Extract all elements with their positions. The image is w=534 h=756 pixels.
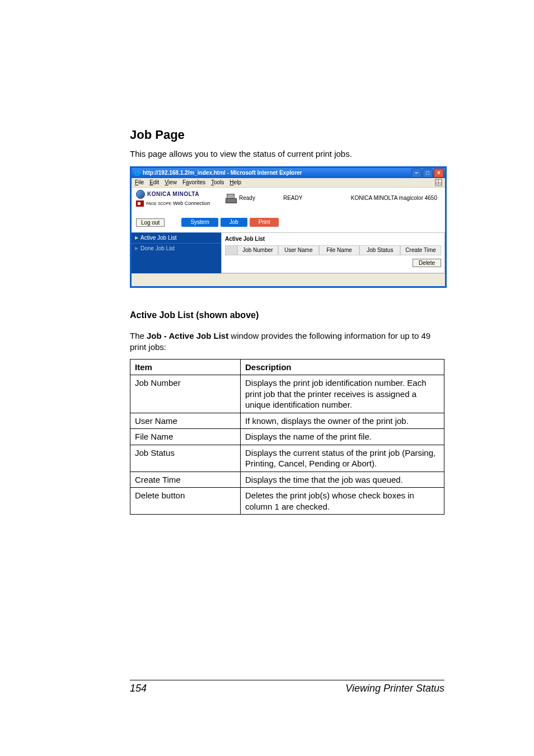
sidebar-done-label: Done Job List (140, 246, 175, 251)
tab-print[interactable]: Print (250, 218, 279, 227)
brand-name: KONICA MINOLTA (147, 192, 199, 197)
sidebar: ▶ Active Job List ▶ Done Job List (132, 232, 221, 273)
table-row: Job StatusDisplays the current status of… (130, 445, 444, 472)
table-row: Create TimeDisplays the time that the jo… (130, 472, 444, 488)
delete-button[interactable]: Delete (413, 259, 441, 267)
window-statusbar (132, 273, 445, 286)
item-description-table: Item Description Job NumberDisplays the … (130, 359, 444, 515)
main-panel: Active Job List Job Number User Name Fil… (221, 232, 445, 273)
col-user-name: User Name (278, 245, 319, 255)
intro-text: This page allows you to view the status … (130, 149, 444, 158)
th-description: Description (241, 359, 444, 375)
close-icon[interactable]: × (434, 169, 444, 178)
window-title: http://192.168.1.2/m_index.html - Micros… (143, 170, 411, 176)
footer-title: Viewing Printer Status (345, 683, 444, 694)
window-titlebar: 🌐 http://192.168.1.2/m_index.html - Micr… (132, 168, 445, 178)
status-ready-text: READY (283, 195, 302, 201)
triangle-icon: ▶ (135, 246, 138, 251)
table-row: Delete buttonDeletes the print job(s) wh… (130, 488, 444, 515)
job-table-header: Job Number User Name File Name Job Statu… (225, 245, 441, 255)
sidebar-item-active[interactable]: ▶ Active Job List (132, 232, 221, 243)
printer-icon (226, 194, 237, 203)
heading-job-page: Job Page (130, 128, 444, 142)
th-item: Item (130, 359, 241, 375)
sidebar-active-label: Active Job List (140, 235, 176, 241)
embedded-screenshot: 🌐 http://192.168.1.2/m_index.html - Micr… (130, 166, 447, 288)
table-row: Job NumberDisplays the print job identif… (130, 375, 444, 413)
col-job-status: Job Status (359, 245, 400, 255)
menu-help[interactable]: Help (229, 180, 241, 185)
tab-job[interactable]: Job (221, 218, 247, 227)
menu-edit[interactable]: Edit (149, 180, 159, 185)
heading-active-list: Active Job List (shown above) (130, 310, 444, 320)
maximize-icon[interactable]: □ (423, 169, 433, 178)
menu-favorites[interactable]: Favorites (182, 180, 205, 185)
brand-block: KONICA MINOLTA PAGE SCOPE Web Connection (136, 190, 226, 207)
pagescope-icon (136, 200, 144, 207)
minimize-icon[interactable]: – (411, 169, 421, 178)
col-file-name: File Name (319, 245, 360, 255)
menu-tools[interactable]: Tools (211, 180, 224, 185)
table-row: File NameDisplays the name of the print … (130, 429, 444, 445)
ie-icon: 🌐 (134, 170, 140, 176)
model-label: KONICA MINOLTA magicolor 4650 (351, 195, 441, 201)
logout-button[interactable]: Log out (136, 218, 165, 227)
col-create-time: Create Time (400, 245, 441, 255)
triangle-icon: ▶ (135, 236, 138, 240)
windows-logo-icon: 🪟 (434, 179, 443, 186)
table-row: User NameIf known, displays the owner of… (130, 413, 444, 429)
col-job-number: Job Number (237, 245, 278, 255)
page-number: 154 (130, 683, 147, 694)
menu-view[interactable]: View (165, 180, 177, 185)
status-ready-label: Ready (239, 195, 255, 201)
globe-icon (136, 190, 145, 199)
col-check (225, 245, 237, 255)
menu-bar: File Edit View Favorites Tools Help 🪟 (132, 178, 445, 188)
page-footer: 154 Viewing Printer Status (130, 680, 444, 694)
menu-file[interactable]: File (135, 180, 144, 185)
panel-title: Active Job List (225, 236, 441, 242)
brand-sub: PAGE SCOPE Web Connection (146, 201, 210, 206)
paragraph-description: The Job - Active Job List window provide… (130, 330, 444, 353)
tab-system[interactable]: System (181, 218, 218, 227)
sidebar-item-done[interactable]: ▶ Done Job List (132, 243, 221, 254)
